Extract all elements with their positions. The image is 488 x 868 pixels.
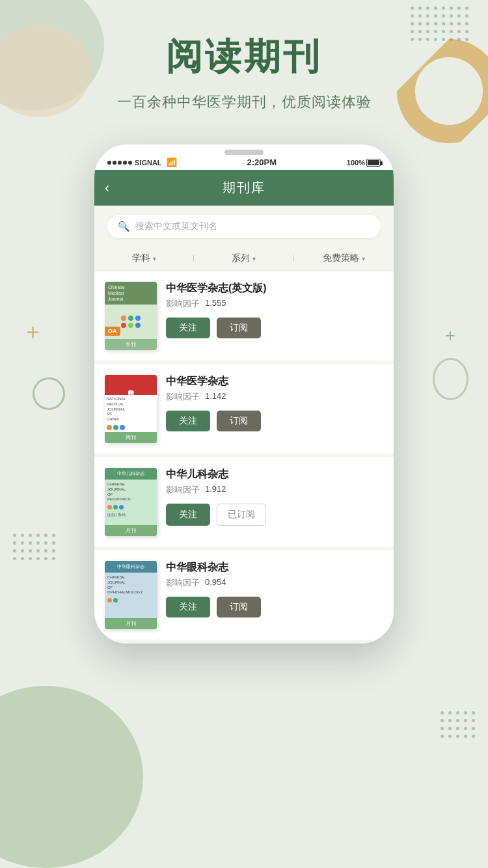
filter-series[interactable]: 系列 ▾	[194, 252, 293, 264]
phone-speaker	[224, 150, 264, 155]
journal-item-4: 中华眼科杂志 CHINESEJOURNALOFOPHTHALMOLOGY 月刊 …	[94, 550, 394, 640]
search-placeholder-text: 搜索中文或英文刊名	[135, 221, 217, 232]
subscribed-button-3[interactable]: 已订阅	[217, 504, 266, 526]
battery-bar	[366, 159, 381, 167]
impact-label-1: 影响因子	[166, 298, 200, 310]
page-subtitle: 一百余种中华医学期刊，优质阅读体验	[117, 92, 372, 112]
battery-fill	[368, 160, 379, 165]
cover-body-3: CHINESEJOURNALOFPEDIATRICS ||||||||| 条码	[105, 480, 157, 525]
cover-top-1: ChineseMedicalJournal	[105, 282, 157, 305]
search-bar[interactable]: 🔍 搜索中文或英文刊名	[107, 215, 381, 238]
journal-item-2: 中华医学杂志 NATIONALMEDICALJOURNALOFCHINA 周刊 …	[94, 364, 394, 454]
page-main-title: 阅读期刊	[166, 33, 322, 82]
search-area: 🔍 搜索中文或英文刊名	[94, 206, 394, 247]
impact-value-3: 1.912	[205, 484, 226, 496]
journal-name-2: 中华医学杂志	[166, 375, 383, 388]
journal-name-1: 中华医学杂志(英文版)	[166, 282, 383, 295]
cover-bottom-2: 周刊	[105, 432, 157, 443]
phone-mockup: SIGNAL 📶 2:20PM 100% ‹ 期刊库 🔍 搜索中文或英文刊名	[94, 144, 394, 644]
signal-label: SIGNAL	[135, 159, 162, 167]
journal-info-2: 中华医学杂志 影响因子 1.142 关注 订阅	[166, 375, 383, 431]
journal-cover-4[interactable]: 中华眼科杂志 CHINESEJOURNALOFOPHTHALMOLOGY 月刊	[105, 561, 157, 629]
subscribe-button-4[interactable]: 订阅	[217, 597, 261, 617]
impact-label-2: 影响因子	[166, 391, 200, 403]
filter-series-arrow: ▾	[252, 255, 256, 262]
journal-info-4: 中华眼科杂志 影响因子 0.954 关注 订阅	[166, 561, 383, 617]
status-time: 2:20PM	[247, 157, 277, 167]
journal-impact-2: 影响因子 1.142	[166, 391, 383, 403]
journal-info-1: 中华医学杂志(英文版) 影响因子 1.555 关注 订阅	[166, 282, 383, 338]
subscribe-button-2[interactable]: 订阅	[217, 411, 261, 431]
oa-badge: OA	[105, 327, 120, 336]
filter-free-label: 免费策略	[323, 252, 359, 264]
follow-button-3[interactable]: 关注	[166, 504, 210, 526]
cover-dots-1	[121, 316, 141, 328]
battery: 100%	[347, 159, 381, 167]
impact-value-2: 1.142	[205, 391, 226, 403]
journal-actions-1: 关注 订阅	[166, 318, 383, 338]
search-icon: 🔍	[118, 221, 130, 232]
wifi-icon: 📶	[167, 157, 177, 167]
follow-button-4[interactable]: 关注	[166, 597, 210, 617]
journal-info-3: 中华儿科杂志 影响因子 1.912 关注 已订阅	[166, 468, 383, 526]
cover-top-2: 中华医学杂志	[105, 375, 157, 395]
journal-actions-2: 关注 订阅	[166, 411, 383, 431]
filter-subject[interactable]: 学科 ▾	[94, 252, 194, 264]
subscribe-button-1[interactable]: 订阅	[217, 318, 261, 338]
filter-bar: 学科 ▾ 系列 ▾ 免费策略 ▾	[94, 247, 394, 271]
phone-speaker-area	[94, 144, 394, 155]
cover-header-4: 中华眼科杂志	[105, 561, 157, 573]
journal-impact-3: 影响因子 1.912	[166, 484, 383, 496]
status-left: SIGNAL 📶	[107, 157, 177, 167]
filter-subject-label: 学科	[132, 252, 150, 264]
bg-dots-bottom-right	[441, 711, 475, 738]
page-content: 阅读期刊 一百余种中华医学期刊，优质阅读体验 SIGNAL 📶 2:20PM 1…	[0, 0, 488, 644]
impact-value-4: 0.954	[205, 577, 226, 589]
journal-impact-1: 影响因子 1.555	[166, 298, 383, 310]
journal-name-4: 中华眼科杂志	[166, 561, 383, 575]
filter-free-arrow: ▾	[362, 255, 365, 262]
signal-dots	[107, 161, 132, 165]
journal-actions-3: 关注 已订阅	[166, 504, 383, 526]
bg-blob-bottom-left	[0, 686, 143, 868]
journal-list: ChineseMedicalJournal 半刊	[94, 271, 394, 644]
battery-percent: 100%	[347, 159, 365, 167]
app-header: ‹ 期刊库	[94, 170, 394, 206]
journal-cover-1[interactable]: ChineseMedicalJournal 半刊	[105, 282, 157, 350]
impact-label-4: 影响因子	[166, 577, 200, 589]
journal-cover-3[interactable]: 中华儿科杂志 CHINESEJOURNALOFPEDIATRICS ||||||…	[105, 468, 157, 536]
status-bar: SIGNAL 📶 2:20PM 100%	[94, 155, 394, 170]
journal-cover-2[interactable]: 中华医学杂志 NATIONALMEDICALJOURNALOFCHINA 周刊	[105, 375, 157, 443]
journal-name-3: 中华儿科杂志	[166, 468, 383, 481]
back-button[interactable]: ‹	[105, 180, 109, 197]
cover-bottom-1: 半刊	[105, 339, 157, 350]
journal-item-3: 中华儿科杂志 CHINESEJOURNALOFPEDIATRICS ||||||…	[94, 457, 394, 547]
follow-button-1[interactable]: 关注	[166, 318, 210, 338]
header-title: 期刊库	[223, 179, 265, 197]
journal-impact-4: 影响因子 0.954	[166, 577, 383, 589]
filter-series-label: 系列	[232, 252, 250, 264]
impact-value-1: 1.555	[205, 298, 226, 310]
impact-label-3: 影响因子	[166, 484, 200, 496]
cover-bottom-3: 月刊	[105, 525, 157, 536]
journal-item: ChineseMedicalJournal 半刊	[94, 271, 394, 360]
cover-body-4: CHINESEJOURNALOFOPHTHALMOLOGY	[105, 573, 157, 618]
filter-free[interactable]: 免费策略 ▾	[294, 252, 394, 264]
filter-subject-arrow: ▾	[153, 255, 156, 262]
cover-mid-2: NATIONALMEDICALJOURNALOFCHINA	[105, 395, 157, 432]
follow-button-2[interactable]: 关注	[166, 411, 210, 431]
cover-bottom-4: 月刊	[105, 618, 157, 629]
cover-header-3: 中华儿科杂志	[105, 468, 157, 480]
journal-actions-4: 关注 订阅	[166, 597, 383, 617]
